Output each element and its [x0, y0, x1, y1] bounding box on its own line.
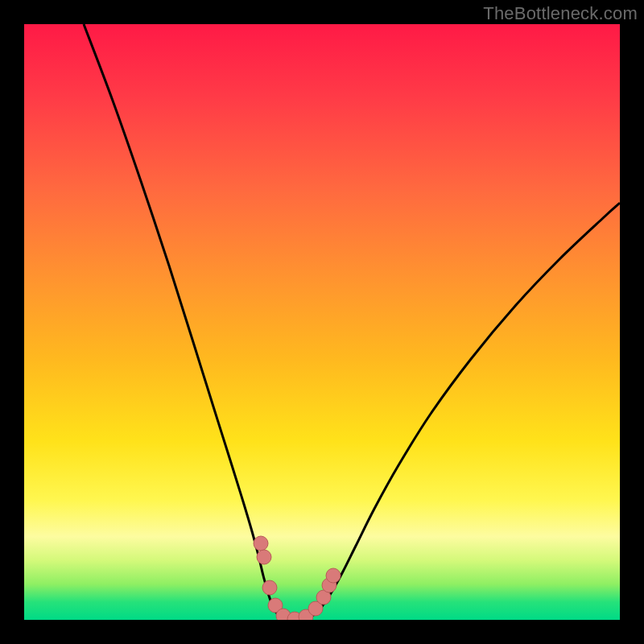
curve-left-branch [84, 24, 295, 620]
curve-marker [322, 578, 336, 592]
curve-marker [257, 550, 271, 564]
curve-marker [262, 580, 277, 595]
curve-marker [287, 612, 302, 620]
plot-area [24, 24, 620, 620]
curve-marker [308, 601, 323, 616]
curve-marker [268, 598, 283, 613]
curve-marker [254, 536, 268, 551]
curve-marker [316, 590, 331, 605]
chart-frame: TheBottleneck.com [0, 0, 644, 644]
curve-marker [299, 609, 313, 620]
bottleneck-curve [24, 24, 620, 620]
curve-marker [326, 568, 341, 583]
curve-markers [254, 536, 341, 620]
watermark-text: TheBottleneck.com [483, 3, 638, 24]
curve-right-branch [295, 203, 620, 620]
curve-marker [276, 609, 291, 620]
